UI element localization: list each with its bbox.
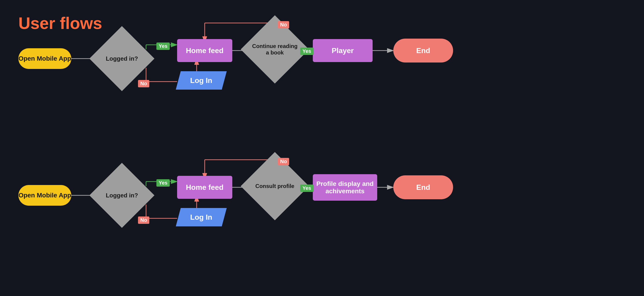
f2-home-feed: Home feed <box>177 176 232 199</box>
f2-open-mobile-app: Open Mobile App <box>18 185 71 206</box>
f2-log-in: Log In <box>176 208 226 226</box>
f1-end: End <box>393 39 453 62</box>
f1-home-feed: Home feed <box>177 39 232 62</box>
f1-yes2-label: Yes <box>300 47 314 55</box>
f2-logged-in-decision: Logged in? <box>99 172 145 218</box>
f1-yes1-label: Yes <box>156 42 170 50</box>
f2-yes2-label: Yes <box>300 185 314 192</box>
f2-yes1-label: Yes <box>156 179 170 187</box>
f2-consult-profile-decision: Consult profile <box>251 162 299 210</box>
f1-no1-label: No <box>138 80 149 87</box>
f2-no2-label: No <box>278 158 289 165</box>
f1-continue-reading-decision: Continue reading a book <box>251 25 299 73</box>
f1-player: Player <box>313 39 372 62</box>
f1-logged-in-decision: Logged in? <box>99 36 145 82</box>
f1-log-in: Log In <box>176 71 226 90</box>
f2-profile-display: Profile display and achivements <box>313 174 377 201</box>
page-title: User flows <box>18 14 102 33</box>
f2-end: End <box>393 175 453 199</box>
f2-no1-label: No <box>138 217 149 224</box>
f1-no2-label: No <box>278 21 289 28</box>
f1-open-mobile-app: Open Mobile App <box>18 48 71 69</box>
